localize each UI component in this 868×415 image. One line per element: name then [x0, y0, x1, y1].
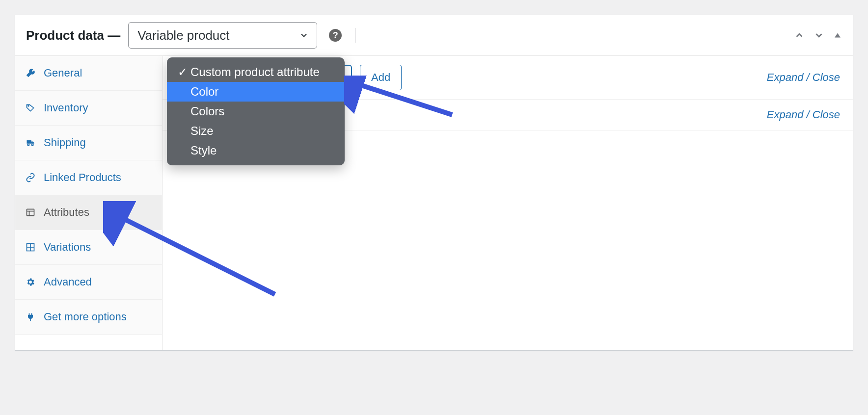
product-type-select[interactable]: Variable product [128, 22, 317, 49]
sidebar-item-attributes[interactable]: Attributes [15, 195, 162, 230]
dropdown-option-label: Size [190, 124, 214, 138]
sidebar-item-linked-products[interactable]: Linked Products [15, 160, 162, 195]
panel-header: Product data — Variable product ? [15, 15, 853, 56]
sidebar-item-get-more-options[interactable]: Get more options [15, 300, 162, 335]
attribute-add-row: Add Expand / Close ✓ Custom product attr… [163, 56, 853, 100]
sidebar-item-label: Inventory [44, 102, 88, 114]
svg-point-1 [28, 105, 29, 106]
tag-icon [25, 103, 36, 113]
dropdown-option-custom[interactable]: ✓ Custom product attribute [167, 62, 345, 82]
attribute-dropdown-popover: ✓ Custom product attribute Color Colors … [167, 57, 345, 165]
product-type-value: Variable product [137, 28, 229, 43]
svg-point-3 [32, 144, 33, 146]
sidebar-item-advanced[interactable]: Advanced [15, 265, 162, 300]
chevron-up-icon[interactable] [794, 30, 805, 41]
sidebar-item-label: Linked Products [44, 171, 121, 184]
wrench-icon [25, 68, 36, 78]
sidebar-item-label: Attributes [44, 206, 89, 219]
panel-toggles [794, 30, 842, 41]
sidebar: General Inventory Shipping Linked Produc… [15, 56, 163, 350]
sidebar-item-label: Advanced [44, 276, 92, 288]
grid-icon [25, 242, 36, 252]
dropdown-option-label: Colors [190, 104, 224, 118]
caret-up-icon[interactable] [833, 31, 842, 40]
expand-close-link[interactable]: Expand / Close [767, 71, 840, 84]
panel-body: General Inventory Shipping Linked Produc… [15, 56, 853, 350]
product-data-panel: Product data — Variable product ? Genera… [15, 15, 853, 351]
svg-point-2 [27, 144, 29, 146]
help-icon[interactable]: ? [329, 29, 342, 42]
chevron-down-icon[interactable] [814, 30, 824, 41]
sidebar-item-general[interactable]: General [15, 56, 162, 91]
sidebar-item-label: Variations [44, 241, 91, 254]
svg-rect-4 [27, 209, 34, 215]
sidebar-item-label: General [44, 67, 82, 79]
dropdown-option-color[interactable]: Color [167, 82, 345, 102]
chevron-down-icon [299, 30, 309, 40]
truck-icon [25, 138, 36, 148]
dropdown-option-label: Style [190, 144, 217, 157]
expand-close-link[interactable]: Expand / Close [767, 108, 840, 121]
dropdown-option-style[interactable]: Style [167, 141, 345, 160]
svg-marker-0 [835, 33, 841, 38]
dropdown-option-label: Custom product attribute [190, 65, 320, 79]
dropdown-option-label: Color [190, 85, 218, 99]
gear-icon [25, 277, 36, 287]
sidebar-item-shipping[interactable]: Shipping [15, 126, 162, 160]
add-button[interactable]: Add [360, 65, 402, 90]
sidebar-item-inventory[interactable]: Inventory [15, 91, 162, 126]
plug-icon [25, 312, 36, 322]
link-icon [25, 173, 36, 182]
dropdown-option-colors[interactable]: Colors [167, 102, 345, 121]
sidebar-item-label: Shipping [44, 136, 86, 149]
check-icon: ✓ [178, 65, 186, 79]
list-icon [25, 208, 36, 217]
dropdown-option-size[interactable]: Size [167, 121, 345, 141]
panel-title: Product data — [26, 28, 120, 43]
main-area: Add Expand / Close ✓ Custom product attr… [163, 56, 853, 350]
sidebar-item-label: Get more options [44, 311, 127, 323]
separator [355, 28, 356, 43]
sidebar-item-variations[interactable]: Variations [15, 230, 162, 265]
